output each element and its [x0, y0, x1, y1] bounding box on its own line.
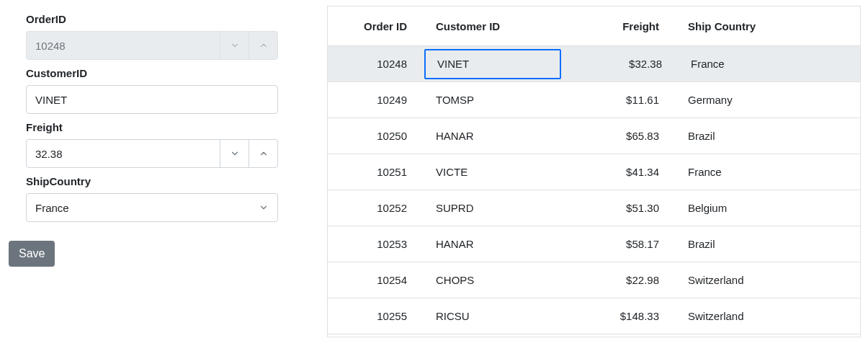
customerid-label: CustomerID — [26, 67, 300, 79]
table-row[interactable]: 10250HANAR$65.83Brazil — [328, 118, 860, 154]
cell-shipcountry[interactable]: Belgium — [674, 202, 825, 214]
table-row[interactable]: 10254CHOPS$22.98Switzerland — [328, 262, 860, 298]
customerid-field[interactable] — [26, 85, 278, 114]
shipcountry-field[interactable] — [26, 193, 278, 222]
orders-grid: Order ID Customer ID Freight Ship Countr… — [327, 6, 861, 337]
save-button[interactable]: Save — [9, 241, 55, 267]
cell-orderid[interactable]: 10249 — [328, 94, 421, 106]
grid-body[interactable]: 10248VINET$32.38France10249TOMSP$11.61Ge… — [328, 46, 860, 337]
chevron-down-icon — [259, 203, 269, 213]
customerid-input[interactable] — [27, 86, 277, 113]
cell-shipcountry[interactable]: Germany — [674, 94, 825, 106]
col-freight[interactable]: Freight — [558, 20, 674, 32]
cell-orderid[interactable]: 10248 — [328, 58, 421, 70]
cell-freight[interactable]: $41.34 — [558, 166, 674, 178]
cell-orderid[interactable]: 10251 — [328, 166, 421, 178]
table-row[interactable]: 10251VICTE$41.34France — [328, 154, 860, 190]
orders-grid-container: Order ID Customer ID Freight Ship Countr… — [310, 0, 868, 364]
chevron-up-icon — [259, 148, 269, 159]
cell-shipcountry[interactable]: Switzerland — [674, 274, 825, 286]
cell-customerid[interactable]: VICTE — [421, 166, 558, 178]
cell-freight[interactable]: $65.83 — [558, 130, 674, 142]
cell-orderid[interactable]: 10250 — [328, 130, 421, 142]
cell-customerid[interactable]: TOMSP — [421, 94, 558, 106]
freight-spin-up[interactable] — [249, 140, 277, 167]
cell-customerid[interactable]: SUPRD — [421, 202, 558, 214]
chevron-up-icon — [259, 40, 269, 50]
cell-customerid[interactable]: HANAR — [421, 238, 558, 250]
col-customerid[interactable]: Customer ID — [421, 20, 558, 32]
orderid-label: OrderID — [26, 13, 300, 25]
cell-shipcountry[interactable]: France — [676, 58, 828, 70]
cell-shipcountry[interactable]: Brazil — [674, 130, 825, 142]
cell-freight[interactable]: $22.98 — [558, 274, 674, 286]
cell-shipcountry[interactable]: Switzerland — [674, 310, 825, 322]
col-orderid[interactable]: Order ID — [328, 20, 421, 32]
table-row[interactable]: 10255RICSU$148.33Switzerland — [328, 298, 860, 334]
table-row[interactable]: 10248VINET$32.38France — [328, 46, 860, 82]
freight-label: Freight — [26, 121, 300, 133]
orderid-field — [26, 31, 278, 60]
col-shipcountry[interactable]: Ship Country — [674, 20, 825, 32]
cell-customerid[interactable]: HANAR — [421, 130, 558, 142]
cell-orderid[interactable]: 10252 — [328, 202, 421, 214]
edit-form: OrderID CustomerID Freight ShipCountry — [0, 0, 310, 364]
shipcountry-label: ShipCountry — [26, 175, 300, 187]
orderid-spin-up — [249, 32, 277, 59]
cell-freight[interactable]: $51.30 — [558, 202, 674, 214]
cell-customerid[interactable]: RICSU — [421, 310, 558, 322]
orderid-spin-down — [220, 32, 249, 59]
table-row[interactable]: 10253HANAR$58.17Brazil — [328, 226, 860, 262]
cell-customerid[interactable]: CHOPS — [421, 274, 558, 286]
cell-orderid[interactable]: 10254 — [328, 274, 421, 286]
cell-orderid[interactable]: 10253 — [328, 238, 421, 250]
cell-freight[interactable]: $11.61 — [558, 94, 674, 106]
shipcountry-dropdown-toggle[interactable] — [250, 194, 277, 221]
table-row[interactable]: 10249TOMSP$11.61Germany — [328, 82, 860, 118]
chevron-down-icon — [230, 148, 240, 159]
table-row[interactable]: 10252SUPRD$51.30Belgium — [328, 190, 860, 226]
freight-spin-down[interactable] — [220, 140, 249, 167]
shipcountry-input[interactable] — [27, 194, 250, 221]
chevron-down-icon — [230, 40, 240, 50]
freight-field[interactable] — [26, 139, 278, 168]
cell-shipcountry[interactable]: France — [674, 166, 825, 178]
cell-shipcountry[interactable]: Brazil — [674, 238, 825, 250]
cell-freight[interactable]: $148.33 — [558, 310, 674, 322]
cell-orderid[interactable]: 10255 — [328, 310, 421, 322]
cell-customerid[interactable]: VINET — [424, 49, 561, 79]
grid-header: Order ID Customer ID Freight Ship Countr… — [328, 6, 860, 46]
freight-input[interactable] — [27, 140, 220, 167]
orderid-input — [27, 32, 220, 59]
cell-freight[interactable]: $58.17 — [558, 238, 674, 250]
cell-freight[interactable]: $32.38 — [561, 58, 676, 70]
